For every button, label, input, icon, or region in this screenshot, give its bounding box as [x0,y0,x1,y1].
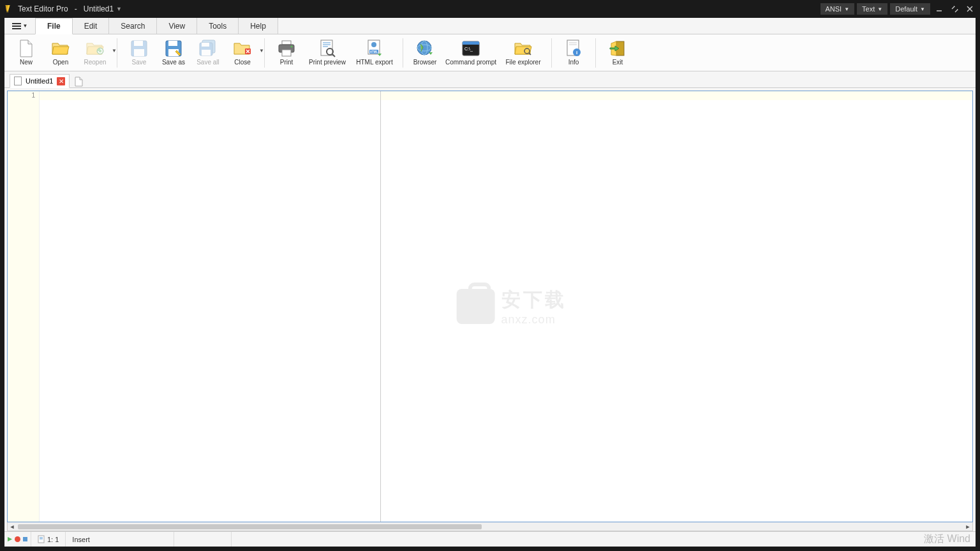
save-all-button[interactable]: Save all [191,36,225,70]
status-empty [174,532,232,547]
chevron-down-icon: ▼ [259,48,264,54]
close-file-button[interactable]: Close ▼ [226,36,259,70]
terminal-icon: C:\_ [462,40,480,57]
menu-tab-search[interactable]: Search [109,18,157,34]
new-file-icon [17,40,35,57]
menu-tab-help[interactable]: Help [239,18,278,34]
svg-text:HTML: HTML [370,50,378,54]
save-as-button[interactable]: Save as [157,36,190,70]
exit-icon [609,40,627,57]
printer-icon [278,40,295,57]
titlebar: Text Editor Pro - Untitled1 ▼ ANSI▼ Text… [0,0,980,18]
svg-rect-12 [202,43,209,47]
ribbon-toolbar: New Open Reopen ▼ Save Save as Save all … [4,34,976,71]
editor[interactable]: 1 安下载 anxz.com [7,91,973,522]
globe-icon [416,40,434,57]
encoding-combo[interactable]: ANSI▼ [820,3,855,15]
chevron-down-icon: ▼ [112,48,117,54]
scroll-right-icon[interactable]: ► [963,523,972,531]
svg-rect-15 [282,41,291,45]
doc-tab-label: Untitled1 [26,77,53,85]
line-number-gutter: 1 [8,91,40,522]
status-position: 1: 1 [31,532,66,547]
save-button[interactable]: Save [122,36,156,70]
type-combo[interactable]: Text▼ [857,3,887,15]
print-button[interactable]: Print [270,36,303,70]
file-explorer-button[interactable]: File explorer [500,36,546,70]
file-explorer-icon [514,40,532,57]
separator [403,38,403,68]
save-icon [130,40,148,57]
scroll-left-icon[interactable]: ◄ [8,523,17,531]
info-button[interactable]: i Info [557,36,590,70]
app-name: Text Editor Pro [18,4,68,13]
svg-rect-8 [168,41,177,46]
status-bar: 1: 1 Insert 激活 Wind [4,531,976,547]
close-button[interactable] [963,3,976,15]
watermark-cn: 安下载 [501,287,567,313]
menu-tab-file[interactable]: File [35,18,73,34]
status-mode: Insert [66,532,174,547]
scroll-thumb[interactable] [18,524,482,529]
svg-text:C:\_: C:\_ [464,47,473,52]
chevron-down-icon: ▼ [877,6,882,12]
horizontal-scrollbar[interactable]: ◄ ► [7,522,973,531]
reopen-button[interactable]: Reopen ▼ [78,36,112,70]
open-button[interactable]: Open [44,36,77,70]
svg-point-18 [291,46,293,48]
watermark-en: anxz.com [501,313,567,327]
maximize-button[interactable] [948,3,961,15]
svg-line-24 [332,54,335,57]
macro-record-icon[interactable] [15,536,20,542]
reopen-folder-icon [86,40,104,57]
close-tab-icon[interactable]: ✕ [57,77,65,85]
separator [117,38,117,68]
svg-rect-43 [23,537,27,541]
svg-rect-13 [202,50,211,55]
html-export-button[interactable]: HTML HTML export [352,36,397,70]
open-folder-icon [52,40,70,57]
macro-play-icon[interactable] [7,536,13,542]
new-document-icon [75,77,83,87]
menu-tab-view[interactable]: View [157,18,197,34]
activation-notice: 激活 Wind [924,533,970,546]
doc-name: Untitled1 [84,4,114,13]
watermark: 安下载 anxz.com [457,287,567,327]
document-icon [14,77,22,85]
macro-stop-icon[interactable] [22,536,28,542]
cursor-position-icon [38,535,45,543]
new-button[interactable]: New [10,36,43,70]
title-dropdown-icon[interactable]: ▼ [116,6,122,12]
close-folder-icon [234,40,251,57]
menu-tab-tools[interactable]: Tools [197,18,239,34]
current-line-highlight [40,91,972,100]
scroll-track[interactable] [17,524,963,530]
theme-combo[interactable]: Default▼ [890,3,930,15]
chevron-down-icon: ▼ [920,6,925,12]
save-all-icon [199,40,217,57]
svg-line-36 [529,53,531,55]
print-preview-button[interactable]: Print preview [304,36,350,70]
html-export-icon: HTML [366,40,383,57]
document-tabs: Untitled1 ✕ [4,71,976,88]
command-prompt-button[interactable]: C:\_ Command prompt [443,36,499,70]
hamburger-menu[interactable]: ▼ [4,18,35,34]
watermark-bag-icon [457,289,495,324]
separator [595,38,596,68]
app-icon [4,4,13,13]
chevron-down-icon: ▼ [844,6,849,12]
separator [264,38,265,68]
macro-controls [4,532,31,547]
new-doc-tab[interactable] [72,76,85,87]
print-preview-icon [318,40,336,57]
hamburger-icon [12,23,21,29]
info-icon: i [565,40,583,57]
column-ruler [380,91,381,522]
browser-button[interactable]: Browser [408,36,442,70]
minimize-button[interactable] [933,3,946,15]
menu-tab-edit[interactable]: Edit [73,18,110,34]
exit-button[interactable]: Exit [601,36,634,70]
app-title: Text Editor Pro - Untitled1 [18,4,114,13]
editor-content[interactable]: 安下载 anxz.com [40,91,972,522]
doc-tab-untitled1[interactable]: Untitled1 ✕ [10,74,70,88]
